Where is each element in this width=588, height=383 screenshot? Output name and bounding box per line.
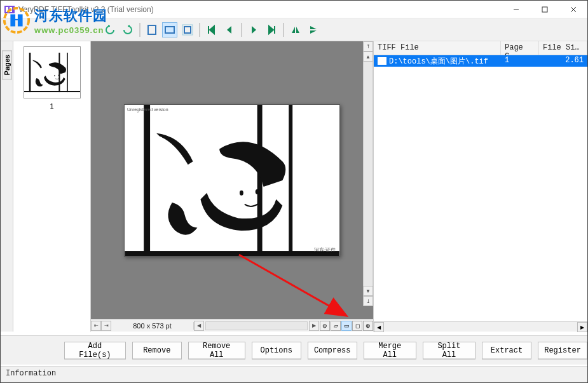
- scroll-up-button[interactable]: ▲: [363, 51, 373, 62]
- page-canvas: Unregistered version 河东·证件: [124, 104, 340, 257]
- pan-left-end-button[interactable]: ⇤: [91, 321, 101, 331]
- zoom-fit-page-button[interactable]: ▱: [331, 321, 341, 331]
- scroll-top-button[interactable]: ⤒: [363, 41, 373, 51]
- viewer-vertical-scroll[interactable]: ⤒ ▲ ▼ ⤓: [363, 41, 373, 306]
- zoom-out-button[interactable]: ⊖: [320, 321, 330, 331]
- file-pagecount: 1: [501, 55, 539, 67]
- maximize-icon: [542, 6, 548, 13]
- svg-rect-14: [184, 27, 191, 33]
- pan-right-end-button[interactable]: ⇥: [101, 321, 111, 331]
- hscroll-track[interactable]: [205, 321, 308, 330]
- close-icon: [570, 6, 577, 13]
- col-size[interactable]: File Si…: [539, 41, 587, 55]
- file-row[interactable]: D:\tools\桌面\图片\.tif 1 2.61: [374, 55, 587, 67]
- col-file[interactable]: TIFF File: [374, 41, 501, 55]
- add-files-button[interactable]: Add File(s): [64, 342, 126, 359]
- thumbnail-label: 1: [18, 102, 85, 110]
- last-page-button[interactable]: [264, 22, 279, 37]
- rotate-left-button[interactable]: [102, 22, 118, 37]
- titlebar: VeryPDF TIFFToolkit v2.2 (Trial version): [1, 1, 587, 18]
- file-list-body[interactable]: D:\tools\桌面\图片\.tif 1 2.61: [374, 55, 587, 321]
- fit-width-button[interactable]: [162, 22, 177, 37]
- remove-button[interactable]: Remove: [132, 342, 182, 359]
- next-page-button[interactable]: [246, 22, 261, 37]
- flip-vertical-button[interactable]: [306, 22, 321, 37]
- close-button[interactable]: [559, 1, 587, 18]
- minimize-button[interactable]: [502, 1, 530, 18]
- page-image: [125, 105, 339, 256]
- file-list-panel: TIFF File Page C… File Si… D:\tools\桌面\图…: [374, 41, 587, 332]
- pages-tab-label: Pages: [2, 50, 12, 79]
- col-pages[interactable]: Page C…: [501, 41, 539, 55]
- thumbnails-panel: 1: [13, 41, 91, 332]
- merge-all-button[interactable]: Merge All: [364, 342, 416, 359]
- minimize-icon: [513, 6, 519, 13]
- fl-scroll-right[interactable]: ▶: [577, 322, 587, 332]
- file-list-hscroll[interactable]: ◀ ▶: [374, 321, 587, 332]
- unregistered-watermark: Unregistered version: [127, 107, 168, 112]
- svg-rect-13: [165, 27, 174, 33]
- zoom-fit-width-button[interactable]: ▭: [341, 321, 352, 331]
- file-icon: [378, 57, 386, 65]
- first-page-button[interactable]: [204, 22, 219, 37]
- viewer-panel: Unregistered version 河东·证件 ⤒ ▲ ▼ ⤓ ⇤ ⇥ 8…: [91, 41, 374, 332]
- hscroll-left-button[interactable]: ◀: [194, 321, 204, 331]
- app-icon: [4, 6, 15, 13]
- maximize-button[interactable]: [530, 1, 559, 18]
- rotate-right-button[interactable]: [120, 22, 135, 37]
- information-label: Information: [6, 369, 56, 378]
- svg-rect-12: [148, 25, 156, 34]
- compress-button[interactable]: Compress: [308, 342, 357, 359]
- zoom-actual-button[interactable]: ◻: [352, 321, 362, 331]
- action-buttons-row: Add File(s) Remove Remove All Options Co…: [1, 335, 587, 365]
- register-button[interactable]: Register: [538, 342, 587, 359]
- fl-scroll-left[interactable]: ◀: [374, 322, 384, 332]
- window-title: VeryPDF TIFFToolkit v2.2 (Trial version): [18, 5, 502, 14]
- scroll-down-button[interactable]: ▼: [363, 286, 373, 296]
- scroll-bottom-button[interactable]: ⤓: [363, 296, 373, 306]
- image-credit: 河东·证件: [314, 246, 336, 253]
- thumbnail-image: [24, 47, 80, 98]
- page-dimensions: 800 x 573 pt: [111, 322, 194, 330]
- svg-rect-9: [542, 7, 547, 12]
- extract-button[interactable]: Extract: [482, 342, 531, 359]
- flip-horizontal-button[interactable]: [288, 22, 303, 37]
- information-bar: Information: [1, 366, 587, 382]
- options-button[interactable]: Options: [252, 342, 301, 359]
- file-list-header: TIFF File Page C… File Si…: [374, 41, 587, 55]
- file-path: D:\tools\桌面\图片\.tif: [389, 56, 488, 67]
- hscroll-right-button[interactable]: ▶: [309, 321, 319, 331]
- fit-page-button[interactable]: [144, 22, 160, 37]
- zoom-in-button[interactable]: ⊕: [363, 321, 373, 331]
- file-size: 2.61: [539, 55, 587, 67]
- viewer-status-bar: ⇤ ⇥ 800 x 573 pt ◀ ▶ ⊖ ▱ ▭ ◻ ⊕: [91, 319, 373, 332]
- viewer-canvas-area[interactable]: Unregistered version 河东·证件 ⤒ ▲ ▼ ⤓: [91, 41, 373, 319]
- pages-tab[interactable]: Pages: [1, 41, 13, 332]
- main-area: Pages 1 Unregistered version 河东·证件 ⤒ ▲ ▼…: [1, 41, 587, 332]
- prev-page-button[interactable]: [222, 22, 237, 37]
- toolbar: [1, 18, 587, 41]
- remove-all-button[interactable]: Remove All: [188, 342, 245, 359]
- split-all-button[interactable]: Split All: [423, 342, 475, 359]
- thumbnail-1[interactable]: [24, 46, 81, 98]
- actual-size-button[interactable]: [180, 22, 195, 37]
